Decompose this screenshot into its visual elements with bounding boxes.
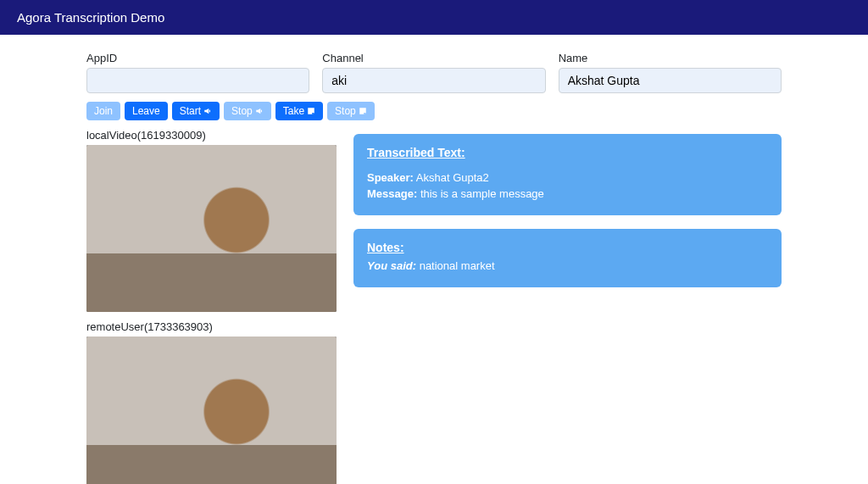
video-placeholder: [86, 337, 337, 484]
note-icon: [307, 107, 315, 115]
channel-group: Channel: [322, 52, 545, 93]
appid-input[interactable]: [86, 68, 309, 93]
button-row: Join Leave Start Stop Take Stop: [86, 102, 782, 120]
channel-input[interactable]: [322, 68, 545, 93]
local-video: [86, 145, 337, 312]
notes-title: Notes:: [367, 241, 768, 254]
message-label: Message:: [367, 187, 417, 200]
speaker-value: Akshat Gupta2: [416, 171, 489, 184]
stop2-button[interactable]: Stop: [327, 102, 375, 120]
text-column: Transcribed Text: Speaker: Akshat Gupta2…: [353, 129, 782, 301]
remote-video: [86, 337, 337, 484]
notes-text: national market: [420, 259, 495, 272]
megaphone-icon: [255, 107, 264, 115]
take-button[interactable]: Take: [275, 102, 323, 120]
transcription-title: Transcribed Text:: [367, 146, 768, 159]
stop-button[interactable]: Stop: [224, 102, 271, 120]
transcription-card: Transcribed Text: Speaker: Akshat Gupta2…: [353, 134, 782, 215]
appid-label: AppID: [86, 52, 309, 64]
navbar: Agora Transcription Demo: [0, 0, 868, 35]
join-button[interactable]: Join: [86, 102, 120, 120]
local-video-label: localVideo(1619330009): [86, 129, 337, 142]
transcription-message-line: Message: this is a sample message: [367, 187, 768, 200]
leave-button[interactable]: Leave: [125, 102, 168, 120]
speaker-label: Speaker:: [367, 171, 414, 184]
notes-line: You said: national market: [367, 259, 768, 272]
form-row: AppID Channel Name: [86, 52, 782, 93]
app-title: Agora Transcription Demo: [17, 10, 164, 25]
main-row: localVideo(1619330009) remoteUser(173336…: [86, 129, 782, 484]
remote-video-label: remoteUser(1733363903): [86, 320, 337, 333]
message-value: this is a sample message: [420, 187, 544, 200]
main-container: AppID Channel Name Join Leave Start Stop…: [86, 35, 782, 484]
video-placeholder: [86, 145, 337, 312]
name-group: Name: [559, 52, 782, 93]
notes-prefix: You said:: [367, 259, 416, 272]
note-icon: [359, 107, 367, 115]
start-button[interactable]: Start: [172, 102, 220, 120]
megaphone-icon: [203, 107, 212, 115]
channel-label: Channel: [322, 52, 545, 64]
name-input[interactable]: [559, 68, 782, 93]
appid-group: AppID: [86, 52, 309, 93]
name-label: Name: [559, 52, 782, 64]
transcription-speaker-line: Speaker: Akshat Gupta2: [367, 171, 768, 184]
video-column: localVideo(1619330009) remoteUser(173336…: [86, 129, 337, 484]
notes-card: Notes: You said: national market: [353, 229, 782, 287]
